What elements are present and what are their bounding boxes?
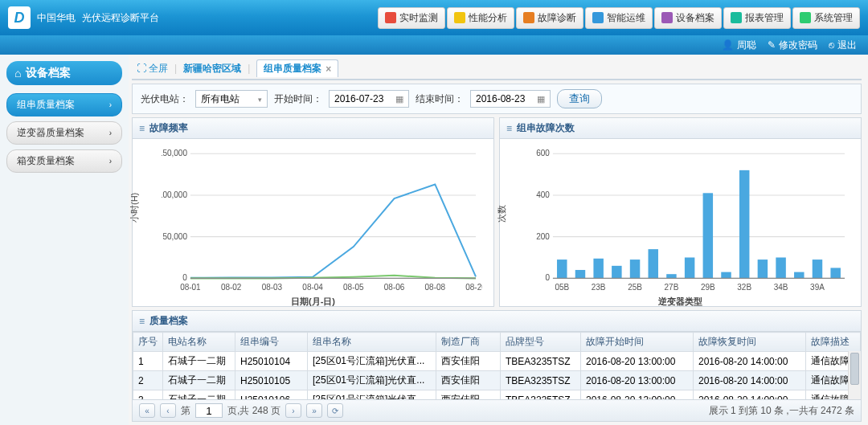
topnav-item[interactable]: 智能运维 [585, 7, 653, 29]
pager-suffix: 页,共 248 页 [227, 404, 280, 418]
table-cell: 2016-08-20 13:00:00 [581, 352, 694, 371]
home-icon [14, 67, 21, 80]
column-header[interactable]: 组串编号 [235, 333, 308, 352]
svg-rect-35 [739, 170, 749, 279]
svg-text:08-03: 08-03 [262, 283, 283, 292]
svg-rect-36 [758, 259, 768, 278]
nav-label: 故障诊断 [538, 11, 576, 25]
topnav-item[interactable]: 性能分析 [447, 7, 514, 29]
panel-left-title: 故障频率 [149, 121, 188, 135]
end-date-input[interactable]: 2016-08-23 [470, 90, 551, 108]
vertical-scrollbar[interactable] [848, 351, 861, 399]
column-header[interactable]: 品牌型号 [501, 333, 581, 352]
edit-icon: ✎ [768, 39, 776, 51]
column-header[interactable]: 组串名称 [308, 333, 436, 352]
table-row[interactable]: 2石城子一二期H25010105[25区01号汇流箱]光伏直...西安佳阳TBE… [133, 371, 861, 390]
svg-text:29B: 29B [701, 283, 715, 292]
start-date-value: 2016-07-23 [334, 93, 383, 104]
fullscreen-label: 全屏 [149, 62, 168, 76]
table-cell: TBEA3235TSZ [501, 390, 581, 400]
table-cell: 西安佳阳 [436, 352, 501, 371]
logo-icon: D [8, 6, 31, 29]
table-cell: 3 [133, 390, 163, 400]
close-icon[interactable]: × [326, 63, 331, 75]
pager-info: 展示 1 到第 10 条 ,一共有 2472 条 [709, 404, 854, 418]
pager-next-button[interactable]: › [285, 403, 301, 418]
svg-text:600: 600 [536, 149, 550, 157]
sidebar-item-label: 逆变器质量档案 [17, 126, 84, 140]
nav-icon [800, 12, 811, 23]
table-row[interactable]: 1石城子一二期H25010104[25区01号汇流箱]光伏直...西安佳阳TBE… [133, 352, 861, 371]
table-cell: 2016-08-20 14:00:00 [694, 390, 806, 400]
svg-text:0: 0 [545, 273, 550, 282]
svg-text:32B: 32B [737, 283, 751, 292]
station-select[interactable]: 所有电站 [195, 90, 268, 108]
change-password-link[interactable]: ✎ 修改密码 [768, 39, 817, 52]
calendar-icon [537, 93, 545, 104]
svg-text:23B: 23B [592, 283, 606, 292]
svg-rect-27 [593, 259, 603, 279]
start-date-input[interactable]: 2016-07-23 [329, 90, 409, 108]
chevron-right-icon: › [109, 100, 112, 109]
current-user[interactable]: 👤 周聪 [722, 39, 756, 52]
svg-rect-28 [612, 266, 621, 279]
table-cell: 石城子一二期 [163, 371, 235, 390]
sidebar: 设备档案 组串质量档案›逆变器质量档案›箱变质量档案› [0, 55, 129, 425]
quality-archive-panel: 质量档案 序号电站名称组串编号组串名称制造厂商品牌型号故障开始时间故障恢复时间故… [132, 310, 862, 422]
x-axis-label: 日期(月-日) [291, 296, 335, 308]
svg-rect-30 [648, 249, 657, 278]
nav-icon [661, 12, 673, 23]
user-bar: 👤 周聪 ✎ 修改密码 ⎋ 退出 [0, 35, 868, 55]
svg-text:08-05: 08-05 [343, 283, 364, 292]
topnav-item[interactable]: 设备档案 [654, 7, 722, 29]
svg-text:150,000: 150,000 [162, 149, 187, 157]
topnav-item[interactable]: 故障诊断 [516, 7, 583, 29]
nav-icon [454, 12, 465, 23]
table-cell: 2016-08-20 14:00:00 [694, 352, 806, 371]
table-cell: H25010106 [235, 390, 308, 400]
user-name: 周聪 [737, 39, 756, 52]
chevron-right-icon: › [109, 129, 112, 137]
logout-link[interactable]: ⎋ 退出 [829, 39, 857, 52]
topnav-item[interactable]: 报表管理 [723, 7, 791, 29]
table-row[interactable]: 3石城子一二期H25010106[25区01号汇流箱]光伏直...西安佳阳TBE… [133, 390, 861, 400]
column-header[interactable]: 电站名称 [163, 333, 235, 352]
sidebar-item[interactable]: 组串质量档案› [6, 93, 122, 116]
sidebar-item[interactable]: 逆变器质量档案› [6, 121, 122, 145]
region-link[interactable]: 新疆哈密区域 [183, 62, 241, 76]
topnav-item[interactable]: 系统管理 [792, 7, 860, 29]
pager-first-button[interactable]: « [139, 403, 155, 418]
svg-rect-32 [685, 258, 694, 279]
column-header[interactable]: 故障恢复时间 [694, 333, 806, 352]
pager-prev-button[interactable]: ‹ [160, 403, 176, 418]
column-header[interactable]: 制造厂商 [436, 333, 501, 352]
fullscreen-toggle[interactable]: ⛶ 全屏 [137, 62, 168, 76]
sidebar-item[interactable]: 箱变质量档案› [6, 149, 122, 173]
nav-label: 性能分析 [469, 11, 507, 25]
column-header[interactable]: 序号 [133, 333, 163, 352]
table-cell: 2016-08-20 14:00:00 [694, 371, 806, 390]
pager-last-button[interactable]: » [306, 403, 322, 418]
calendar-icon [395, 93, 403, 104]
station-label: 光伏电站： [141, 92, 189, 106]
scrollbar-thumb[interactable] [850, 353, 859, 385]
breadcrumb: ⛶ 全屏 | 新疆哈密区域 | 组串质量档案 × [132, 58, 862, 80]
pager-refresh-button[interactable]: ⟳ [327, 403, 343, 418]
svg-text:0: 0 [182, 273, 187, 282]
brand-company: 中国华电 [37, 11, 76, 25]
table-cell: TBEA3235TSZ [501, 371, 581, 390]
svg-text:200: 200 [536, 232, 550, 241]
column-header[interactable]: 故障描述 [806, 333, 861, 352]
column-header[interactable]: 故障开始时间 [581, 333, 694, 352]
topnav-item[interactable]: 实时监测 [378, 7, 445, 29]
svg-rect-37 [776, 258, 785, 279]
svg-text:05B: 05B [555, 283, 569, 292]
query-button[interactable]: 查询 [557, 89, 602, 108]
pager-page-input[interactable] [195, 403, 223, 418]
nav-icon [592, 12, 604, 23]
sidebar-title-text: 设备档案 [26, 66, 71, 80]
y-axis-label: 小时(H) [129, 193, 141, 223]
table-cell: [25区01号汇流箱]光伏直... [308, 390, 436, 400]
tab-active[interactable]: 组串质量档案 × [256, 59, 338, 77]
table-cell: 2016-08-20 13:00:00 [581, 390, 694, 400]
